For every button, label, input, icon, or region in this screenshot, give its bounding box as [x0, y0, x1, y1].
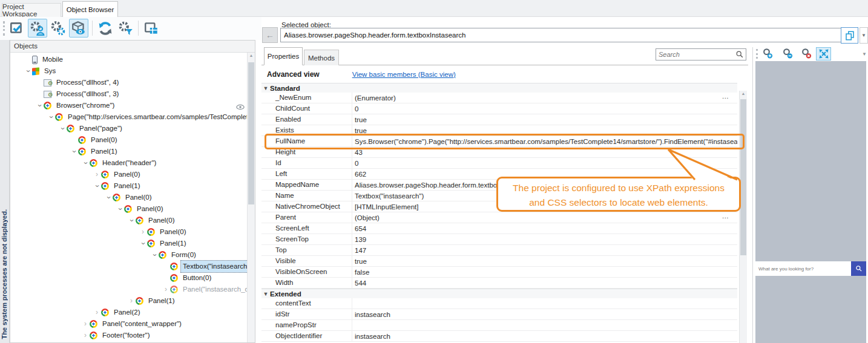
property-row[interactable]: Visibletrue	[261, 256, 737, 267]
collapse-icon[interactable]: ›	[149, 251, 160, 260]
property-row[interactable]: namePropStr	[261, 320, 737, 331]
tree-node[interactable]: Textbox("instasearch")	[10, 261, 247, 272]
collapse-icon[interactable]: ›	[126, 217, 137, 225]
tree-scrollbar-thumb[interactable]	[248, 62, 254, 204]
property-search-input[interactable]	[656, 51, 735, 58]
tree-node[interactable]: ›Panel("content_wrapper")	[10, 318, 247, 330]
tree-node[interactable]: ›Panel(1)	[10, 146, 247, 157]
tree-node[interactable]: ›Panel("instasearch_drop"	[10, 284, 247, 295]
tree-node[interactable]: ›Panel(0)	[10, 215, 247, 226]
collapse-icon[interactable]: ›	[114, 205, 126, 214]
property-row[interactable]: Existstrue	[261, 125, 737, 136]
tree-node[interactable]: ›Panel(0)	[10, 226, 247, 238]
property-section-header[interactable]: ▼Extended	[261, 289, 737, 298]
property-section-header[interactable]: ▼Standard	[261, 83, 737, 93]
tree-node[interactable]: ›Footer("footer")	[10, 330, 247, 341]
fit-to-window-button[interactable]	[816, 47, 831, 60]
collapse-icon[interactable]: ›	[80, 159, 91, 168]
tree-node[interactable]: ›Panel(1)	[10, 238, 247, 249]
checked-window-button[interactable]	[7, 19, 27, 38]
window-grid-button[interactable]	[142, 19, 161, 38]
collapse-icon[interactable]: ›	[137, 240, 149, 248]
collapse-icon[interactable]: ›	[91, 182, 103, 191]
scroll-up-icon[interactable]: ▲	[248, 53, 255, 57]
ellipsis-button[interactable]: …	[722, 93, 729, 100]
ellipsis-button[interactable]: …	[722, 212, 729, 220]
property-row[interactable]: ScreenLeft654	[261, 223, 737, 234]
selected-object-input[interactable]	[280, 28, 856, 42]
expand-icon[interactable]: ›	[81, 318, 90, 330]
gear-filter-button[interactable]	[116, 19, 136, 38]
property-row[interactable]: contentText	[261, 298, 737, 309]
basic-view-link[interactable]: View basic members (Basic view)	[352, 71, 456, 78]
tree-node[interactable]: ›Panel(2)	[10, 307, 247, 318]
preview-dropdown-button[interactable]: ▼	[862, 51, 867, 57]
property-search-box[interactable]	[656, 48, 746, 60]
back-button[interactable]: ←	[262, 27, 278, 43]
toolbar-grip[interactable]	[3, 21, 5, 36]
tree-node[interactable]: Panel(0)	[10, 134, 247, 146]
tab-methods[interactable]: Methods	[304, 50, 339, 65]
tree-node[interactable]: Process("dllhost", 3)	[10, 88, 247, 100]
property-row[interactable]: ObjectIdentifierinstasearch	[261, 331, 737, 342]
tree-node[interactable]	[10, 341, 247, 342]
collapse-icon[interactable]: ›	[68, 148, 80, 156]
tree-node[interactable]: Process("dllhost", 4)	[10, 77, 247, 88]
collapse-icon[interactable]: ›	[103, 194, 114, 202]
property-name: MappedName	[261, 180, 352, 190]
tree-node[interactable]: ›Panel(1)	[10, 180, 247, 192]
expand-icon[interactable]: ›	[81, 330, 90, 341]
refresh-button[interactable]	[96, 19, 115, 38]
section-collapse-icon[interactable]: ▼	[261, 85, 270, 91]
expand-icon[interactable]: ›	[93, 169, 101, 180]
property-row[interactable]: Id0	[261, 158, 737, 169]
tree-node[interactable]: ›Panel(1)	[10, 295, 247, 307]
tab-project-workspace[interactable]: Project Workspace	[2, 3, 61, 17]
property-row[interactable]: idStrinstasearch	[261, 309, 737, 320]
tree-node[interactable]: ›Page("http://services.smartbear.com/sam…	[10, 111, 247, 123]
properties-scrollbar-thumb[interactable]	[740, 99, 746, 255]
zoom-in-button[interactable]	[760, 47, 775, 60]
expand-icon[interactable]: ›	[127, 295, 136, 307]
property-row[interactable]: Width544	[261, 278, 737, 289]
property-row[interactable]: VisibleOnScreenfalse	[261, 267, 737, 278]
property-row[interactable]: ChildCount0	[261, 103, 737, 114]
tree-node[interactable]: ›Browser("chrome")	[10, 100, 247, 111]
property-row[interactable]: FullNameSys.Browser("chrome").Page("http…	[261, 136, 737, 147]
gears-button[interactable]	[48, 19, 68, 38]
properties-scrollbar[interactable]: ▲	[739, 91, 747, 343]
property-row[interactable]: _NewEnum(Enumerator)…	[261, 93, 737, 103]
copy-dropdown-button[interactable]: ▼	[860, 27, 868, 44]
tree-node[interactable]: ›Form(0)	[10, 249, 247, 261]
property-row[interactable]: Top147	[261, 245, 737, 256]
collapse-icon[interactable]: ›	[57, 125, 68, 133]
tree-node[interactable]: ›Panel(0)	[10, 169, 247, 180]
copy-button[interactable]	[841, 27, 858, 44]
expand-icon[interactable]: ›	[139, 226, 147, 238]
zoom-off-button[interactable]	[799, 47, 814, 60]
gear-user-button[interactable]	[28, 19, 47, 38]
tab-properties[interactable]: Properties	[264, 47, 303, 65]
cube-eye-button[interactable]	[69, 19, 88, 38]
tree-node[interactable]: ›Panel(0)	[10, 192, 247, 203]
section-collapse-icon[interactable]: ▼	[261, 291, 270, 297]
expand-icon[interactable]: ›	[162, 284, 170, 295]
property-row[interactable]: ScreenTop139	[261, 234, 737, 245]
property-row[interactable]: Height43	[261, 147, 737, 158]
collapse-icon[interactable]: ›	[45, 113, 57, 122]
tree-node[interactable]: Button(0)	[10, 272, 247, 284]
scroll-up-icon[interactable]: ▲	[740, 91, 747, 96]
tree-node[interactable]: ›Header("header")	[10, 157, 247, 169]
tree-node[interactable]: Mobile	[10, 54, 247, 65]
tree-node[interactable]: ›Panel("page")	[10, 123, 247, 134]
zoom-out-button[interactable]	[780, 47, 795, 60]
tab-object-browser[interactable]: Object Browser	[62, 1, 118, 18]
property-row[interactable]: Enabledtrue	[261, 114, 737, 125]
tree-scrollbar[interactable]: ▲	[247, 53, 255, 342]
property-row[interactable]: Parent(Object)…	[261, 212, 737, 223]
tree-node[interactable]: ›Panel(0)	[10, 203, 247, 215]
toolbar-grip[interactable]	[756, 49, 758, 59]
tree-node[interactable]: ›Sys	[10, 65, 247, 77]
collapse-icon[interactable]: ›	[34, 102, 45, 110]
expand-icon[interactable]: ›	[93, 307, 101, 318]
